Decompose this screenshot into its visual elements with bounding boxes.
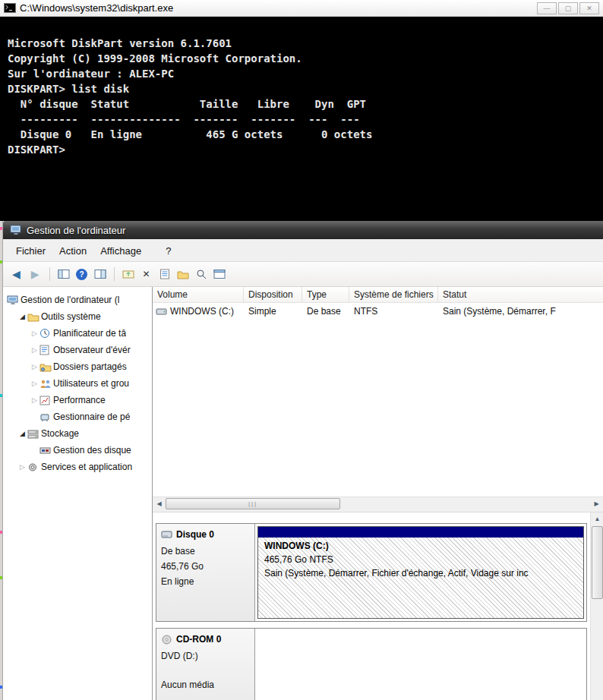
console-tree: Gestion de l'ordinateur (l ◢ Outils syst… <box>3 287 153 700</box>
console-icon <box>4 3 16 13</box>
tree-item-label: Utilisateurs et grou <box>53 378 129 389</box>
show-panes-icon[interactable] <box>93 267 107 281</box>
console-line: DISKPART> list disk <box>8 81 603 96</box>
collapse-icon[interactable]: ▷ <box>30 396 39 404</box>
disk-name: Disque 0 <box>176 529 214 540</box>
scroll-left-icon[interactable]: ◀ <box>153 497 166 510</box>
task-scheduler-icon <box>39 328 53 339</box>
tree-item-label: Services et application <box>41 462 132 472</box>
close-button[interactable]: ✕ <box>579 2 599 14</box>
tree-item-label: Outils système <box>41 311 101 322</box>
maximize-button[interactable]: ▢ <box>558 2 578 14</box>
cdrom-header-card[interactable]: CD-ROM 0 DVD (D:) Aucun média <box>156 629 255 700</box>
services-icon <box>27 462 41 472</box>
cm-window-title: Gestion de l'ordinateur <box>27 225 125 236</box>
collapse-icon[interactable]: ▷ <box>30 346 39 354</box>
screen: C:\Windows\system32\diskpart.exe — ▢ ✕ M… <box>0 0 603 700</box>
collapse-icon[interactable]: ▷ <box>30 363 39 370</box>
cm-titlebar[interactable]: Gestion de l'ordinateur <box>3 221 603 239</box>
scroll-up-icon[interactable]: ▲ <box>591 512 603 525</box>
tree-item-outils-systeme[interactable]: ◢ Outils système <box>3 308 152 325</box>
new-window-icon[interactable] <box>213 267 226 281</box>
disk0-header-card[interactable]: Disque 0 De base 465,76 Go En ligne <box>156 524 255 621</box>
users-icon <box>39 379 53 389</box>
cmd-window-title: C:\Windows\system32\diskpart.exe <box>20 2 173 14</box>
console-line: Microsoft DiskPart version 6.1.7601 <box>8 36 603 51</box>
toolbar-separator <box>114 267 115 281</box>
menu-action[interactable]: Action <box>52 242 93 260</box>
menu-fichier[interactable]: Fichier <box>9 242 52 260</box>
forward-icon[interactable]: ▶ <box>28 267 43 281</box>
tree-item-dossiers-partages[interactable]: ▷ Dossiers partagés <box>3 358 152 375</box>
expand-icon[interactable]: ◢ <box>17 430 27 437</box>
volume-name: WINDOWS (C:) <box>170 306 234 317</box>
collapse-icon[interactable]: ▷ <box>30 330 39 337</box>
find-icon[interactable] <box>194 267 208 281</box>
partition-windows-c[interactable]: WINDOWS (C:) 465,76 Go NTFS Sain (Systèm… <box>257 526 584 619</box>
partition-color-strip <box>258 527 583 538</box>
volume-row-windows-c[interactable]: WINDOWS (C:) Simple De base NTFS Sain (S… <box>153 303 603 319</box>
vertical-scrollbar-thumb[interactable] <box>592 526 603 599</box>
tree-item-stockage[interactable]: ◢ Stockage <box>3 425 152 442</box>
expand-icon[interactable]: ◢ <box>17 313 27 320</box>
horizontal-scrollbar-thumb[interactable]: ||| <box>166 498 340 509</box>
tree-item-planificateur[interactable]: ▷ Planificateur de tâ <box>3 325 152 342</box>
disk-size: 465,76 Go <box>161 559 250 574</box>
cdrom-name: CD-ROM 0 <box>176 634 221 645</box>
disk-management-icon <box>39 446 53 456</box>
menu-help[interactable]: ? <box>159 242 178 260</box>
scroll-right-icon[interactable]: ▶ <box>590 497 603 510</box>
disk-kind: De base <box>161 544 250 559</box>
volume-status: Sain (Système, Démarrer, F <box>438 306 603 317</box>
tree-item-gestion-des-disques[interactable]: Gestion des disque <box>3 442 152 459</box>
column-header-disposition[interactable]: Disposition <box>244 287 302 302</box>
column-header-statut[interactable]: Statut <box>438 287 603 302</box>
cdrom-row: CD-ROM 0 DVD (D:) Aucun média <box>156 628 587 700</box>
cmd-titlebar[interactable]: C:\Windows\system32\diskpart.exe — ▢ ✕ <box>0 0 603 17</box>
tree-item-services-applications[interactable]: ▷ Services et application <box>3 459 152 475</box>
volume-file-system: NTFS <box>349 306 438 317</box>
device-manager-icon <box>39 412 53 422</box>
tree-item-performance[interactable]: ▷ Performance <box>3 392 152 408</box>
cdrom-graph-area <box>255 629 586 700</box>
tree-item-root[interactable]: Gestion de l'ordinateur (l <box>3 292 152 308</box>
column-header-systeme-fichiers[interactable]: Système de fichiers <box>349 287 438 302</box>
open-folder-icon[interactable] <box>176 267 190 281</box>
minimize-button[interactable]: — <box>537 2 557 14</box>
console-line: --------- -------------- ------- -------… <box>8 112 603 127</box>
volume-type: De base <box>302 306 349 317</box>
export-list-icon[interactable] <box>158 267 172 281</box>
storage-icon <box>27 429 41 439</box>
delete-icon[interactable]: ✕ <box>140 267 153 281</box>
tree-item-observateur[interactable]: ▷ Observateur d'évér <box>3 342 152 358</box>
column-header-volume[interactable]: Volume <box>153 287 244 302</box>
column-header-type[interactable]: Type <box>302 287 349 302</box>
details-pane: Volume Disposition Type Système de fichi… <box>153 287 603 700</box>
console-output[interactable]: Microsoft DiskPart version 6.1.7601 Copy… <box>0 17 603 221</box>
performance-icon <box>39 396 53 405</box>
tree-item-gestionnaire-peripheriques[interactable]: Gestionnaire de pé <box>3 408 152 425</box>
event-viewer-icon <box>39 345 53 355</box>
horizontal-scrollbar[interactable]: ◀ ||| ▶ <box>153 497 603 509</box>
partition-status: Sain (Système, Démarrer, Fichier d'échan… <box>258 565 583 579</box>
disk-status: En ligne <box>161 574 250 589</box>
collapse-icon[interactable]: ▷ <box>17 463 27 471</box>
partition-label: WINDOWS (C:) <box>258 538 583 551</box>
console-line: Disque 0 En ligne 465 G octets 0 octets <box>8 127 603 142</box>
console-line: N° disque Statut Taille Libre Dyn GPT <box>8 96 603 112</box>
up-one-level-icon[interactable] <box>122 267 135 281</box>
help-icon[interactable]: ? <box>75 267 89 281</box>
show-console-tree-icon[interactable] <box>57 267 71 281</box>
tree-item-label: Gestion des disque <box>53 445 131 456</box>
menu-affichage[interactable]: Affichage <box>93 242 148 260</box>
volume-list-header: Volume Disposition Type Système de fichi… <box>153 287 603 303</box>
folder-icon <box>27 312 41 322</box>
tree-item-utilisateurs[interactable]: ▷ Utilisateurs et grou <box>3 375 152 392</box>
cdrom-drive: DVD (D:) <box>161 648 250 664</box>
collapse-icon[interactable]: ▷ <box>30 380 39 387</box>
back-icon[interactable]: ◀ <box>9 267 24 281</box>
tree-item-label: Observateur d'évér <box>53 345 131 355</box>
vertical-scrollbar[interactable]: ▲ <box>590 512 603 700</box>
tree-item-label: Dossiers partagés <box>53 361 127 372</box>
shared-folder-icon <box>39 362 53 372</box>
